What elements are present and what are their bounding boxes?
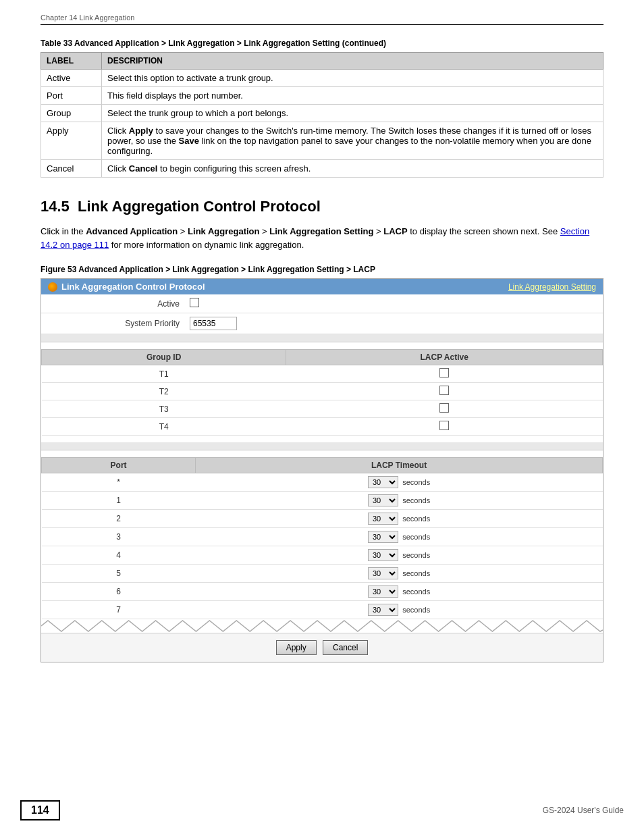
row-label-group: Group [41, 105, 102, 122]
table33: LABEL DESCRIPTION Active Select this opt… [41, 52, 603, 178]
port-col-port: Port [42, 458, 196, 473]
page-number: 114 [20, 800, 60, 820]
table33-col-description: DESCRIPTION [102, 53, 603, 70]
lacp-timeout-5: 306090120 seconds [196, 565, 603, 583]
row-desc-group: Select the trunk group to which a port b… [102, 105, 603, 122]
lacp-active-t3[interactable] [286, 400, 603, 418]
table-row: T3 [42, 400, 603, 418]
table-row: Group Select the trunk group to which a … [41, 105, 603, 122]
timeout-select-3[interactable]: 306090120 [368, 531, 398, 543]
timeout-select-4[interactable]: 306090120 [368, 549, 398, 561]
table-row: Active Select this option to activate a … [41, 70, 603, 87]
table-row: 2 306090120 seconds [42, 510, 603, 528]
port-1: 1 [42, 492, 196, 510]
seconds-label: seconds [402, 496, 430, 504]
active-checkbox[interactable] [190, 298, 199, 309]
lacp-timeout-7: 306090120 seconds [196, 601, 603, 619]
seconds-label: seconds [402, 515, 430, 523]
lacp-active-t2[interactable] [286, 383, 603, 400]
seconds-label: seconds [402, 478, 430, 486]
ui-panel: Link Aggregation Control Protocol Link A… [41, 278, 603, 662]
buttons-row: Apply Cancel [41, 633, 603, 662]
table-row: Port This field displays the port number… [41, 87, 603, 105]
table33-col-label: LABEL [41, 53, 102, 70]
figure53-caption: Figure 53 Advanced Application > Link Ag… [41, 265, 603, 274]
system-priority-input[interactable] [190, 317, 237, 330]
lacp-active-t4[interactable] [286, 418, 603, 436]
lacp-timeout-star: 306090120 seconds [196, 473, 603, 492]
table-row: Apply Click Apply to save your changes t… [41, 122, 603, 160]
timeout-select-6[interactable]: 306090120 [368, 585, 398, 598]
panel-header: Link Aggregation Control Protocol Link A… [41, 279, 603, 294]
port-2: 2 [42, 510, 196, 528]
timeout-select-5[interactable]: 306090120 [368, 567, 398, 579]
table-row: 4 306090120 seconds [42, 546, 603, 565]
panel-header-link[interactable]: Link Aggregation Setting [508, 282, 596, 292]
seconds-label: seconds [402, 606, 430, 614]
port-col-timeout: LACP Timeout [196, 458, 603, 473]
timeout-select-7[interactable]: 306090120 [368, 604, 398, 616]
port-table: Port LACP Timeout * 306090120 seconds [41, 457, 603, 619]
active-row: Active [41, 294, 603, 313]
spacer-2 [41, 342, 603, 349]
lacp-timeout-3: 306090120 seconds [196, 528, 603, 546]
table-row: T2 [42, 383, 603, 400]
active-label: Active [55, 299, 190, 309]
group-col-id: Group ID [42, 350, 286, 365]
timeout-select-2[interactable]: 306090120 [368, 513, 398, 525]
group-id-t3: T3 [42, 400, 286, 418]
port-5: 5 [42, 565, 196, 583]
spacer-5 [41, 450, 603, 457]
row-label-port: Port [41, 87, 102, 105]
port-3: 3 [42, 528, 196, 546]
row-label-cancel: Cancel [41, 160, 102, 178]
section-heading: 14.5 Link Aggregation Control Protocol [41, 198, 603, 215]
table-row: 1 306090120 seconds [42, 492, 603, 510]
panel-title: Link Aggregation Control Protocol [48, 282, 205, 292]
row-desc-cancel: Click Cancel to begin configuring this s… [102, 160, 603, 178]
group-id-t4: T4 [42, 418, 286, 436]
table-row: 3 306090120 seconds [42, 528, 603, 546]
port-7: 7 [42, 601, 196, 619]
chapter-header: Chapter 14 Link Aggregation [41, 14, 603, 25]
apply-button[interactable]: Apply [276, 640, 317, 655]
timeout-select-1[interactable]: 306090120 [368, 494, 398, 506]
table-row: Cancel Click Cancel to begin configuring… [41, 160, 603, 178]
cancel-button[interactable]: Cancel [323, 640, 368, 655]
group-id-t2: T2 [42, 383, 286, 400]
port-6: 6 [42, 583, 196, 601]
orange-dot-icon [48, 282, 57, 292]
spacer-1 [41, 334, 603, 342]
port-star: * [42, 473, 196, 492]
group-col-active: LACP Active [286, 350, 603, 365]
lacp-timeout-6: 306090120 seconds [196, 583, 603, 601]
table-row: * 306090120 seconds [42, 473, 603, 492]
active-checkbox-box[interactable] [190, 298, 199, 307]
port-4: 4 [42, 546, 196, 565]
lacp-active-t1[interactable] [286, 365, 603, 383]
page-footer: 114 GS-2024 User's Guide [0, 800, 644, 820]
seconds-label: seconds [402, 588, 430, 596]
group-table: Group ID LACP Active T1 T2 T3 [41, 349, 603, 436]
system-priority-row: System Priority [41, 313, 603, 334]
group-id-t1: T1 [42, 365, 286, 383]
zigzag-divider [41, 619, 603, 633]
timeout-select-star[interactable]: 306090120 [368, 476, 398, 488]
table33-caption: Table 33 Advanced Application > Link Agg… [41, 38, 603, 48]
table-row: 6 306090120 seconds [42, 583, 603, 601]
row-label-apply: Apply [41, 122, 102, 160]
lacp-timeout-1: 306090120 seconds [196, 492, 603, 510]
row-desc-port: This field displays the port number. [102, 87, 603, 105]
seconds-label: seconds [402, 551, 430, 559]
table-row: T1 [42, 365, 603, 383]
footer-right-text: GS-2024 User's Guide [543, 806, 624, 815]
table-row: 7 306090120 seconds [42, 601, 603, 619]
system-priority-label: System Priority [55, 319, 190, 328]
table-row: T4 [42, 418, 603, 436]
seconds-label: seconds [402, 533, 430, 541]
section-intro: Click in the Advanced Application > Link… [41, 225, 603, 251]
row-desc-active: Select this option to activate a trunk g… [102, 70, 603, 87]
spacer-3 [41, 436, 603, 442]
lacp-timeout-4: 306090120 seconds [196, 546, 603, 565]
row-label-active: Active [41, 70, 102, 87]
